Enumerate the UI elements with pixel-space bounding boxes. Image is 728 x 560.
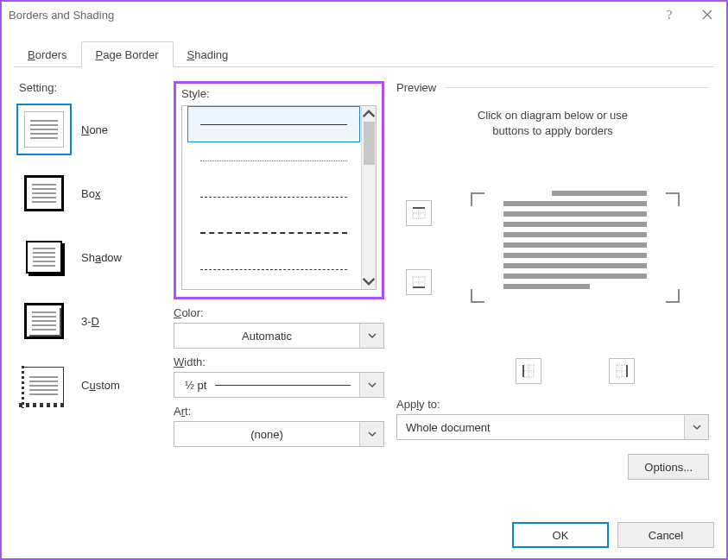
preview-side-buttons-horizontal <box>441 351 709 391</box>
tab-shading[interactable]: Shading <box>174 42 243 66</box>
apply-to-label: Apply to: <box>396 398 709 411</box>
style-scrollbar[interactable] <box>361 106 376 289</box>
svg-rect-6 <box>413 286 425 288</box>
width-dropdown[interactable]: ½ pt <box>174 372 384 398</box>
corner-mark-bl <box>471 289 484 303</box>
border-right-button[interactable] <box>609 358 635 384</box>
setting-shadow[interactable]: Shadow <box>19 234 161 280</box>
preview-area <box>396 144 709 351</box>
titlebar: Borders and Shading ? <box>2 2 726 28</box>
preview-column: Preview Click on diagram below or use bu… <box>396 81 709 503</box>
border-top-icon <box>411 205 427 221</box>
width-value: ½ pt <box>174 379 206 392</box>
art-dropdown-button[interactable] <box>359 422 383 446</box>
style-item-dash-dot[interactable] <box>187 251 360 287</box>
scroll-track[interactable] <box>362 165 376 274</box>
svg-rect-12 <box>522 365 524 377</box>
setting-3d-icon <box>19 298 69 344</box>
art-dropdown[interactable]: (none) <box>174 421 384 447</box>
art-value: (none) <box>174 428 359 441</box>
border-right-icon <box>614 363 630 379</box>
setting-label: Setting: <box>19 81 161 94</box>
style-item-dash-medium[interactable] <box>187 215 360 251</box>
apply-to-dropdown[interactable]: Whole document <box>396 414 709 440</box>
setting-custom-icon <box>19 362 69 408</box>
options-row: Options... <box>396 454 709 480</box>
borders-shading-dialog: Borders and Shading ? Borders Page Borde… <box>0 0 728 560</box>
setting-shadow-icon <box>19 234 69 280</box>
scroll-down-icon[interactable] <box>362 274 376 289</box>
border-left-button[interactable] <box>516 358 541 384</box>
art-label: Art: <box>174 405 384 418</box>
width-sample-line <box>215 385 351 386</box>
dialog-body: Setting: None Box <box>2 67 726 513</box>
setting-box-label: Box <box>81 187 100 200</box>
width-dropdown-button[interactable] <box>359 373 383 397</box>
style-item-solid[interactable] <box>187 106 360 142</box>
tabs: Borders Page Border Shading <box>14 40 714 67</box>
chevron-down-icon <box>368 381 377 389</box>
color-value: Automatic <box>174 330 359 343</box>
setting-3d[interactable]: 3-D <box>19 298 161 344</box>
chevron-down-icon <box>368 331 377 340</box>
options-button[interactable]: Options... <box>628 454 709 480</box>
svg-rect-0 <box>413 207 425 209</box>
preview-side-buttons-vertical <box>396 200 441 295</box>
corner-mark-tr <box>666 192 680 206</box>
setting-box[interactable]: Box <box>19 170 161 217</box>
svg-rect-18 <box>626 365 628 377</box>
color-dropdown-button[interactable] <box>359 324 383 348</box>
close-icon <box>702 9 712 20</box>
width-label: Width: <box>174 356 384 368</box>
dialog-title: Borders and Shading <box>9 9 650 22</box>
tab-page-border[interactable]: Page Border <box>81 41 174 67</box>
corner-mark-tl <box>471 192 484 206</box>
setting-custom-label: Custom <box>81 379 120 392</box>
chevron-down-icon <box>368 430 377 438</box>
preview-label: Preview <box>396 81 709 94</box>
tab-borders[interactable]: Borders <box>14 42 81 66</box>
setting-none-icon <box>19 106 69 153</box>
preview-diagram[interactable] <box>502 187 649 308</box>
scroll-up-icon[interactable] <box>362 106 376 122</box>
style-item-hairline[interactable] <box>187 142 360 179</box>
style-label: Style: <box>181 87 377 100</box>
border-top-button[interactable] <box>406 200 432 226</box>
style-highlight-box: Style: <box>174 81 384 299</box>
dialog-footer: OK Cancel <box>2 513 726 558</box>
help-button[interactable]: ? <box>650 2 688 28</box>
setting-list: None Box Shadow <box>19 106 161 408</box>
setting-column: Setting: None Box <box>19 81 161 503</box>
ok-button[interactable]: OK <box>512 522 609 548</box>
style-items <box>182 106 365 289</box>
color-dropdown[interactable]: Automatic <box>174 323 384 349</box>
setting-3d-label: 3-D <box>81 315 99 328</box>
setting-shadow-label: Shadow <box>81 251 122 264</box>
color-label: Color: <box>174 306 384 319</box>
border-left-icon <box>521 363 536 379</box>
close-button[interactable] <box>688 2 726 28</box>
preview-hint: Click on diagram below or use buttons to… <box>396 99 709 144</box>
apply-to-dropdown-button[interactable] <box>684 415 708 439</box>
setting-none-label: None <box>81 123 108 136</box>
style-column: Style: <box>174 81 384 503</box>
preview-diagram-container <box>441 187 709 308</box>
style-listbox[interactable] <box>181 105 377 290</box>
border-bottom-button[interactable] <box>406 269 432 295</box>
border-bottom-icon <box>411 274 427 290</box>
setting-box-icon <box>19 170 69 217</box>
style-item-dash-small[interactable] <box>187 179 360 215</box>
scroll-thumb[interactable] <box>364 122 375 165</box>
tabs-container: Borders Page Border Shading <box>2 28 726 67</box>
apply-to-value: Whole document <box>397 421 684 434</box>
corner-mark-br <box>666 289 680 303</box>
setting-custom[interactable]: Custom <box>19 362 161 408</box>
cancel-button[interactable]: Cancel <box>617 522 714 548</box>
chevron-down-icon <box>693 423 701 431</box>
setting-none[interactable]: None <box>19 106 161 153</box>
